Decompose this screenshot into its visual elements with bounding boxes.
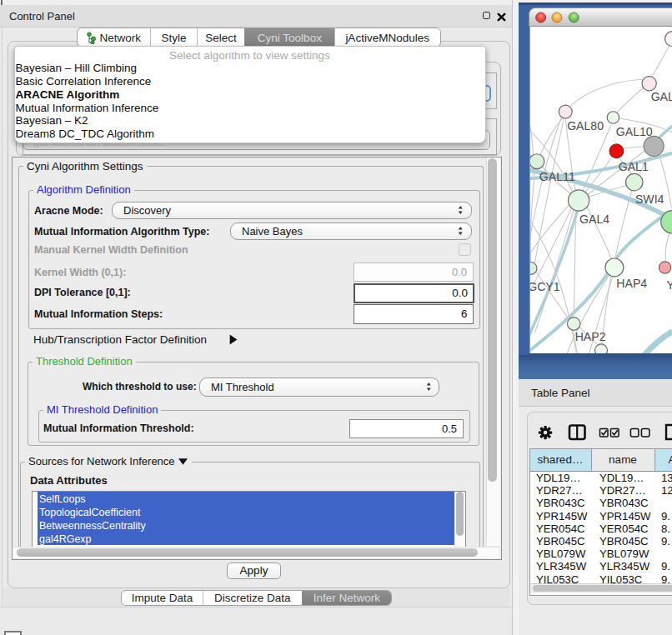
- svg-text:GAL10: GAL10: [615, 124, 652, 138]
- svg-text:GAL4: GAL4: [579, 212, 609, 226]
- svg-text:YJ: YJ: [666, 278, 672, 291]
- svg-text:GCY1: GCY1: [529, 279, 560, 292]
- svg-text:GAL1: GAL1: [618, 159, 648, 172]
- svg-text:HAP4: HAP4: [616, 276, 647, 289]
- svg-text:HAP2: HAP2: [574, 330, 605, 343]
- svg-text:SWI4: SWI4: [634, 192, 664, 205]
- svg-text:GAL80: GAL80: [567, 118, 604, 132]
- svg-text:GAL11: GAL11: [539, 169, 574, 182]
- svg-text:GAL2: GAL2: [650, 90, 672, 103]
